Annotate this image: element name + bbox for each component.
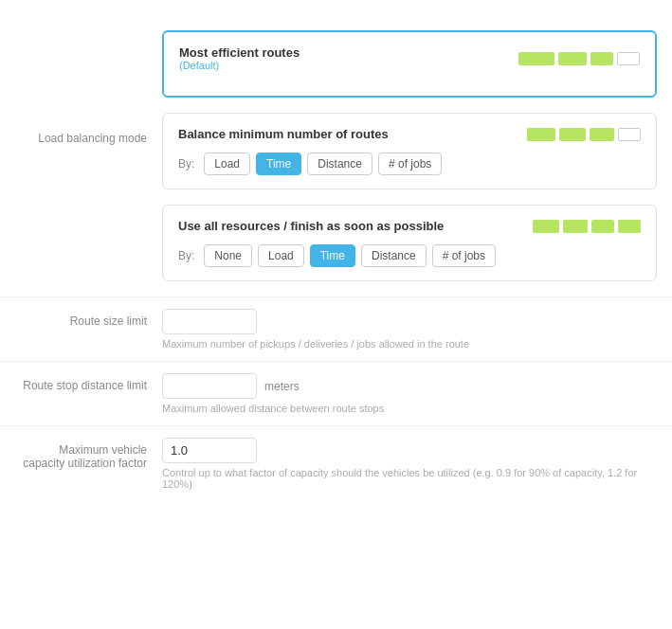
route-size-limit-content: Maximum number of pickups / deliveries /… — [162, 309, 657, 350]
route-size-limit-input[interactable] — [162, 309, 257, 334]
use-all-by-row: By: None Load Time Distance # of jobs — [178, 244, 641, 267]
use-all-title: Use all resources / finish as soon as po… — [178, 219, 444, 233]
most-efficient-title: Most efficient routes — [179, 45, 300, 60]
balance-by-label: By: — [178, 157, 194, 171]
route-size-limit-hint: Maximum number of pickups / deliveries /… — [162, 338, 657, 350]
balance-time-btn[interactable]: Time — [256, 153, 301, 175]
balance-load-btn[interactable]: Load — [204, 153, 250, 175]
route-stop-distance-input[interactable] — [162, 373, 257, 399]
capacity-utilization-row: Maximum vehicle capacity utilization fac… — [0, 425, 672, 501]
use-all-by-label: By: — [178, 249, 194, 262]
balance-by-row: By: Load Time Distance # of jobs — [178, 153, 641, 175]
most-efficient-bars — [518, 52, 640, 65]
route-stop-distance-units: meters — [264, 380, 300, 393]
route-stop-distance-row: Route stop distance limit meters Maximum… — [0, 361, 672, 425]
capacity-utilization-content: Control up to what factor of capacity sh… — [162, 438, 657, 490]
balance-bars — [527, 128, 641, 141]
use-all-load-btn[interactable]: Load — [258, 244, 304, 267]
balance-minimum-title: Balance minimum number of routes — [178, 127, 389, 141]
route-stop-distance-hint: Maximum allowed distance between route s… — [162, 403, 657, 414]
load-balancing-label: Load balancing mode — [15, 113, 162, 189]
use-all-bars — [533, 220, 641, 233]
route-size-limit-label: Route size limit — [15, 309, 162, 328]
use-all-time-btn[interactable]: Time — [310, 244, 355, 267]
route-stop-distance-content: meters Maximum allowed distance between … — [162, 373, 657, 414]
use-all-jobs-btn[interactable]: # of jobs — [432, 244, 496, 267]
route-stop-distance-label: Route stop distance limit — [15, 373, 162, 392]
route-size-limit-row: Route size limit Maximum number of picku… — [0, 297, 672, 361]
use-all-distance-btn[interactable]: Distance — [361, 244, 427, 267]
use-all-none-btn[interactable]: None — [204, 244, 252, 267]
capacity-utilization-label: Maximum vehicle capacity utilization fac… — [15, 438, 162, 470]
balance-jobs-btn[interactable]: # of jobs — [378, 153, 442, 175]
most-efficient-subtitle: (Default) — [179, 60, 300, 71]
capacity-utilization-input[interactable] — [162, 438, 257, 463]
balance-distance-btn[interactable]: Distance — [307, 153, 372, 175]
capacity-utilization-hint: Control up to what factor of capacity sh… — [162, 467, 657, 490]
